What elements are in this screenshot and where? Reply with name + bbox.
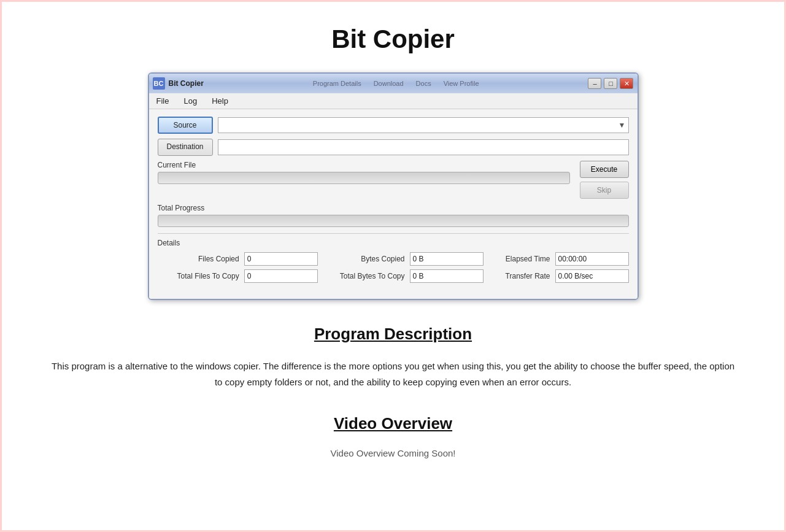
destination-row: Destination (158, 139, 629, 156)
elapsed-time-label: Elapsed Time (486, 255, 553, 263)
description-heading: Program Description (49, 325, 737, 344)
video-coming-soon-text: Video Overview Coming Soon! (25, 448, 761, 458)
description-section: Program Description This program is a al… (25, 325, 761, 390)
dropdown-arrow-icon: ▼ (618, 121, 626, 129)
details-label: Details (158, 239, 629, 247)
transfer-rate-value: 0.00 B/sec (555, 269, 629, 283)
menu-help[interactable]: Help (209, 95, 231, 107)
menu-file[interactable]: File (154, 95, 172, 107)
title-bar: BC Bit Copier Program Details Download D… (149, 74, 638, 93)
skip-button[interactable]: Skip (580, 182, 629, 199)
menu-bar: File Log Help (149, 93, 638, 109)
details-section: Details Files Copied 0 Bytes Copied 0 B … (158, 239, 629, 283)
video-heading: Video Overview (25, 414, 761, 433)
video-section: Video Overview Video Overview Coming Soo… (25, 414, 761, 458)
title-bar-left: BC Bit Copier (153, 77, 204, 90)
source-input[interactable]: ▼ (218, 117, 629, 133)
execute-button[interactable]: Execute (580, 161, 629, 178)
details-grid: Files Copied 0 Bytes Copied 0 B Elapsed … (158, 252, 629, 283)
execute-skip-col: Execute Skip (580, 161, 629, 199)
total-progress-bar (158, 215, 629, 227)
files-copied-value: 0 (244, 252, 318, 266)
current-file-progress (158, 172, 570, 184)
total-bytes-value: 0 B (410, 269, 484, 283)
description-body: This program is a alternative to the win… (49, 358, 737, 390)
tab-view-profile: View Profile (444, 80, 479, 87)
files-copied-label: Files Copied (158, 255, 242, 263)
app-window-wrapper: BC Bit Copier Program Details Download D… (25, 72, 761, 300)
transfer-rate-label: Transfer Rate (486, 272, 553, 280)
current-file-col: Current File (158, 161, 570, 184)
total-files-label: Total Files To Copy (158, 272, 242, 280)
bytes-copied-label: Bytes Copied (320, 255, 407, 263)
menu-log[interactable]: Log (181, 95, 199, 107)
total-progress-section: Total Progress (158, 204, 629, 227)
maximize-button[interactable]: □ (604, 78, 617, 89)
tab-docs: Docs (416, 80, 431, 87)
app-content: Source ▼ Destination Current File (149, 109, 638, 299)
source-button[interactable]: Source (158, 117, 213, 134)
tab-download: Download (374, 80, 404, 87)
source-row: Source ▼ (158, 117, 629, 134)
title-bar-tabs: Program Details Download Docs View Profi… (313, 80, 479, 87)
tab-program-details: Program Details (313, 80, 361, 87)
title-bar-app-name: Bit Copier (169, 79, 204, 88)
close-button[interactable]: ✕ (620, 78, 633, 89)
title-bar-controls: – □ ✕ (588, 78, 633, 89)
minimize-button[interactable]: – (588, 78, 601, 89)
total-progress-label: Total Progress (158, 204, 629, 212)
app-window: BC Bit Copier Program Details Download D… (148, 72, 639, 300)
total-bytes-label: Total Bytes To Copy (320, 272, 407, 280)
elapsed-time-value: 00:00:00 (555, 252, 629, 266)
app-icon: BC (153, 77, 165, 90)
destination-input[interactable] (218, 139, 629, 155)
bytes-copied-value: 0 B (410, 252, 484, 266)
destination-button[interactable]: Destination (158, 139, 213, 156)
current-file-label: Current File (158, 161, 570, 169)
total-files-value: 0 (244, 269, 318, 283)
page-title: Bit Copier (25, 12, 761, 72)
current-file-section: Current File Execute Skip (158, 161, 629, 199)
